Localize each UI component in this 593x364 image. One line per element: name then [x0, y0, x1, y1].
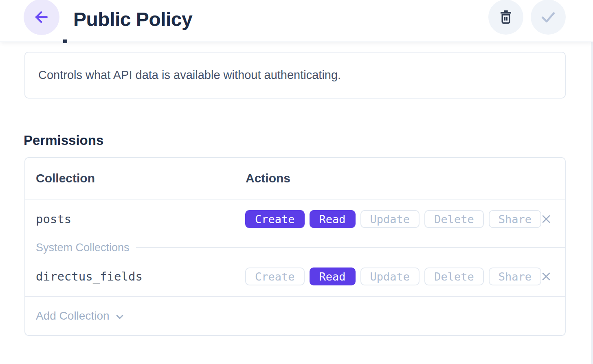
column-header-actions: Actions [246, 158, 290, 199]
action-create-button[interactable]: Create [245, 210, 305, 228]
action-read-button[interactable]: Read [310, 268, 356, 285]
chevron-down-icon [114, 311, 126, 323]
x-icon [540, 270, 552, 283]
add-collection-label: Add Collection [36, 309, 110, 322]
action-share-button[interactable]: Share [489, 210, 541, 228]
action-share-button[interactable]: Share [489, 268, 541, 285]
table-row-posts: posts Create Read Update Delete Share [25, 200, 565, 239]
clipped-field-label-descender [63, 39, 67, 43]
action-update-button[interactable]: Update [360, 210, 420, 228]
page-title: Public Policy [73, 0, 192, 39]
remove-row-button[interactable] [539, 212, 553, 226]
trash-icon [497, 9, 514, 26]
action-delete-button[interactable]: Delete [424, 268, 484, 285]
system-collections-divider: System Collections [36, 239, 565, 257]
collection-name: directus_fields [36, 270, 143, 283]
collection-name: posts [36, 212, 71, 226]
action-create-button[interactable]: Create [245, 268, 305, 285]
divider-line [136, 247, 565, 248]
actions-group: Create Read Update Delete Share [245, 210, 541, 228]
delete-button[interactable] [488, 0, 523, 35]
add-collection-button[interactable]: Add Collection [25, 296, 565, 335]
action-delete-button[interactable]: Delete [424, 210, 484, 228]
table-row-directus-fields: directus_fields Create Read Update Delet… [25, 257, 565, 296]
action-update-button[interactable]: Update [360, 268, 420, 285]
permissions-table: Collection Actions posts Create Read Upd… [24, 157, 566, 336]
column-header-collection: Collection [36, 158, 95, 199]
system-collections-label: System Collections [36, 241, 130, 254]
x-icon [540, 213, 552, 225]
arrow-left-icon [33, 8, 51, 26]
check-icon [539, 8, 557, 26]
action-read-button[interactable]: Read [310, 210, 356, 228]
scrollbar-track[interactable] [591, 0, 593, 364]
save-button[interactable] [531, 0, 566, 35]
back-button[interactable] [24, 0, 59, 35]
remove-row-button[interactable] [539, 270, 553, 283]
header: Public Policy [0, 0, 593, 42]
description-value: Controls what API data is available with… [38, 68, 341, 82]
permissions-heading: Permissions [24, 133, 103, 148]
description-field[interactable]: Controls what API data is available with… [24, 52, 566, 99]
actions-group: Create Read Update Delete Share [245, 268, 541, 285]
